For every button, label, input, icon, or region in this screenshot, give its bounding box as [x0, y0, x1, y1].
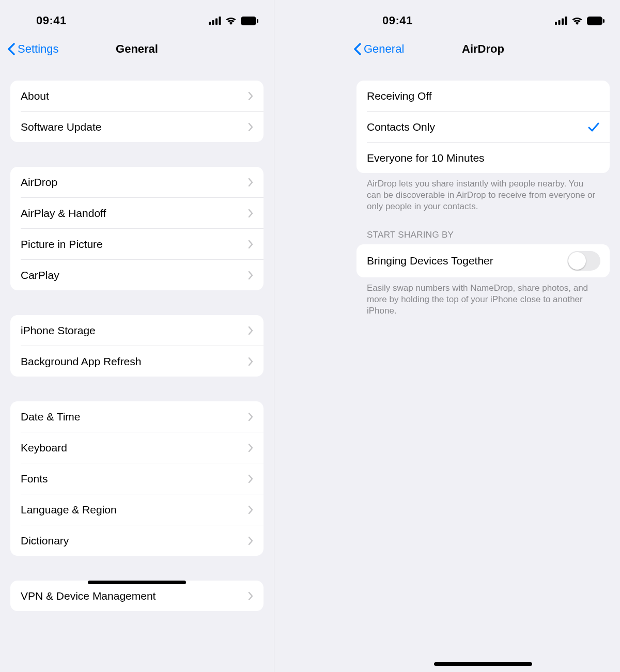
row-picture-in-picture[interactable]: Picture in Picture	[10, 229, 264, 259]
row-bringing-devices-together: Bringing Devices Together	[357, 244, 610, 277]
row-dictionary[interactable]: Dictionary	[10, 525, 264, 556]
chevron-right-icon	[248, 357, 253, 366]
status-bar: 09:41	[0, 0, 274, 36]
option-everyone-10-minutes[interactable]: Everyone for 10 Minutes	[357, 143, 610, 173]
airdrop-settings-screen: 09:41 General AirDrop Receiving Off Cont…	[346, 0, 620, 672]
row-label: Software Update	[21, 121, 101, 133]
row-iphone-storage[interactable]: iPhone Storage	[10, 315, 264, 346]
battery-icon	[241, 17, 258, 25]
airdrop-content: Receiving Off Contacts Only Everyone for…	[346, 67, 620, 672]
check-icon	[588, 122, 599, 132]
home-indicator[interactable]	[88, 581, 186, 584]
back-label: General	[364, 42, 404, 56]
chevron-right-icon	[248, 506, 253, 514]
chevron-right-icon	[248, 326, 253, 335]
svg-rect-7	[559, 20, 561, 25]
toggle-knob	[568, 252, 586, 270]
status-time: 09:41	[362, 14, 413, 27]
chevron-right-icon	[248, 271, 253, 279]
chevron-left-icon	[353, 43, 362, 55]
svg-rect-3	[219, 17, 221, 25]
toggle-label: Bringing Devices Together	[367, 255, 493, 267]
nav-bar: General AirDrop	[346, 36, 620, 67]
svg-rect-2	[215, 19, 218, 25]
row-airplay-handoff[interactable]: AirPlay & Handoff	[10, 198, 264, 228]
option-label: Everyone for 10 Minutes	[367, 152, 485, 164]
nav-bar: Settings General	[0, 36, 274, 67]
row-label: Language & Region	[21, 504, 117, 516]
chevron-right-icon	[248, 123, 253, 131]
option-label: Contacts Only	[367, 121, 435, 133]
row-date-time[interactable]: Date & Time	[10, 401, 264, 432]
svg-rect-1	[212, 20, 214, 25]
airdrop-options-group: Receiving Off Contacts Only Everyone for…	[357, 81, 610, 173]
row-fonts[interactable]: Fonts	[10, 463, 264, 494]
option-receiving-off[interactable]: Receiving Off	[357, 81, 610, 111]
chevron-right-icon	[248, 92, 253, 100]
cellular-icon	[209, 17, 221, 25]
row-label: Picture in Picture	[21, 238, 103, 251]
chevron-right-icon	[248, 592, 253, 600]
svg-rect-4	[241, 17, 256, 25]
airdrop-footer-text: AirDrop lets you share instantly with pe…	[357, 173, 610, 212]
settings-group: Date & Time Keyboard Fonts Language & Re…	[10, 401, 264, 556]
page-title: AirDrop	[462, 42, 504, 56]
settings-group: AirDrop AirPlay & Handoff Picture in Pic…	[10, 167, 264, 290]
status-icons	[209, 17, 258, 25]
row-label: Keyboard	[21, 442, 67, 454]
home-indicator[interactable]	[434, 662, 532, 666]
row-about[interactable]: About	[10, 81, 264, 111]
wifi-icon	[571, 17, 583, 25]
row-label: AirPlay & Handoff	[21, 207, 106, 220]
svg-rect-8	[562, 19, 564, 25]
screen-divider	[274, 0, 274, 672]
svg-rect-10	[587, 17, 602, 25]
row-label: About	[21, 90, 49, 102]
option-contacts-only[interactable]: Contacts Only	[357, 112, 610, 142]
settings-group: iPhone Storage Background App Refresh	[10, 315, 264, 377]
chevron-right-icon	[248, 537, 253, 545]
row-label: iPhone Storage	[21, 324, 96, 337]
sharing-group: Bringing Devices Together	[357, 244, 610, 277]
svg-rect-6	[555, 22, 557, 25]
row-keyboard[interactable]: Keyboard	[10, 432, 264, 463]
chevron-left-icon	[7, 43, 16, 55]
row-language-region[interactable]: Language & Region	[10, 494, 264, 525]
row-label: Dictionary	[21, 535, 69, 547]
option-label: Receiving Off	[367, 90, 432, 102]
svg-rect-11	[603, 19, 605, 23]
row-software-update[interactable]: Software Update	[10, 112, 264, 142]
status-time: 09:41	[16, 14, 67, 27]
row-label: Fonts	[21, 473, 48, 485]
row-airdrop[interactable]: AirDrop	[10, 167, 264, 197]
back-button-settings[interactable]: Settings	[7, 42, 59, 56]
battery-icon	[587, 17, 605, 25]
row-label: VPN & Device Management	[21, 590, 156, 602]
row-label: Background App Refresh	[21, 355, 141, 368]
row-background-app-refresh[interactable]: Background App Refresh	[10, 346, 264, 377]
row-vpn-device-management[interactable]: VPN & Device Management	[10, 581, 264, 611]
settings-group: About Software Update	[10, 81, 264, 142]
chevron-right-icon	[248, 475, 253, 483]
row-label: Date & Time	[21, 411, 81, 423]
page-title: General	[116, 42, 158, 56]
wifi-icon	[225, 17, 237, 25]
status-bar: 09:41	[346, 0, 620, 36]
chevron-right-icon	[248, 209, 253, 217]
row-label: AirDrop	[21, 176, 57, 189]
general-settings-screen: 09:41 Settings General About Software Up…	[0, 0, 274, 672]
svg-rect-0	[209, 22, 211, 25]
row-carplay[interactable]: CarPlay	[10, 260, 264, 290]
svg-rect-5	[257, 19, 258, 23]
back-button-general[interactable]: General	[353, 42, 404, 56]
chevron-right-icon	[248, 240, 253, 248]
cellular-icon	[555, 17, 567, 25]
chevron-right-icon	[248, 178, 253, 186]
chevron-right-icon	[248, 413, 253, 421]
bringing-devices-toggle[interactable]	[567, 251, 600, 271]
sharing-footer-text: Easily swap numbers with NameDrop, share…	[357, 277, 610, 317]
sharing-header: START SHARING BY	[357, 212, 610, 244]
back-label: Settings	[18, 42, 59, 56]
status-icons	[555, 17, 605, 25]
settings-group: VPN & Device Management	[10, 581, 264, 611]
